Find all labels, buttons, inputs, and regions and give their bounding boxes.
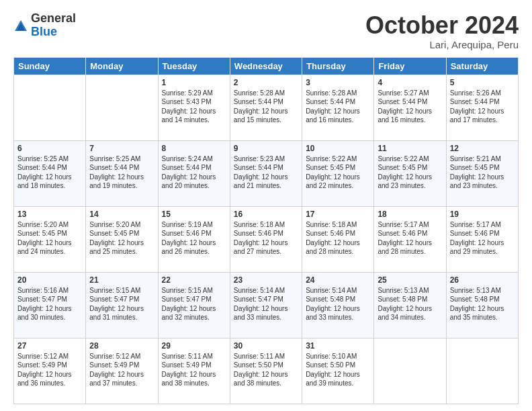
day-info: Sunrise: 5:20 AM Sunset: 5:45 PM Dayligh… [89,220,154,257]
day-number: 8 [162,144,226,153]
day-number: 6 [17,144,82,153]
calendar-day-cell: 16Sunrise: 5:18 AM Sunset: 5:46 PM Dayli… [230,206,302,272]
day-info: Sunrise: 5:15 AM Sunset: 5:47 PM Dayligh… [162,286,226,322]
day-info: Sunrise: 5:10 AM Sunset: 5:50 PM Dayligh… [306,352,370,388]
day-info: Sunrise: 5:11 AM Sunset: 5:49 PM Dayligh… [162,352,226,388]
day-number: 13 [17,210,82,219]
calendar-day-cell: 20Sunrise: 5:16 AM Sunset: 5:47 PM Dayli… [14,272,86,338]
calendar-day-cell: 17Sunrise: 5:18 AM Sunset: 5:46 PM Dayli… [302,206,374,272]
day-info: Sunrise: 5:16 AM Sunset: 5:47 PM Dayligh… [17,286,82,322]
day-info: Sunrise: 5:13 AM Sunset: 5:48 PM Dayligh… [378,286,442,322]
day-number: 15 [162,210,226,219]
month-title: October 2024 [365,12,519,39]
day-number: 18 [378,210,442,219]
day-number: 30 [234,341,298,351]
weekday-header-cell: Sunday [14,57,86,75]
day-number: 25 [378,275,442,285]
calendar-day-cell: 3Sunrise: 5:28 AM Sunset: 5:44 PM Daylig… [302,75,374,140]
day-number: 24 [306,275,370,285]
day-info: Sunrise: 5:18 AM Sunset: 5:46 PM Dayligh… [234,220,298,257]
calendar-day-cell: 9Sunrise: 5:23 AM Sunset: 5:44 PM Daylig… [230,140,302,206]
calendar-day-cell: 27Sunrise: 5:12 AM Sunset: 5:49 PM Dayli… [14,338,86,404]
logo-general: General [31,12,76,26]
calendar-day-cell [374,338,446,404]
weekday-header-cell: Wednesday [230,57,302,75]
calendar-week-row: 6Sunrise: 5:25 AM Sunset: 5:44 PM Daylig… [14,140,519,206]
day-number: 17 [306,210,370,219]
day-info: Sunrise: 5:28 AM Sunset: 5:44 PM Dayligh… [306,89,370,125]
day-info: Sunrise: 5:15 AM Sunset: 5:47 PM Dayligh… [89,286,154,322]
day-number: 16 [234,210,298,219]
logo-text: General Blue [31,12,76,39]
calendar-day-cell: 12Sunrise: 5:21 AM Sunset: 5:45 PM Dayli… [446,140,518,206]
calendar-day-cell: 10Sunrise: 5:22 AM Sunset: 5:45 PM Dayli… [302,140,374,206]
calendar-day-cell: 6Sunrise: 5:25 AM Sunset: 5:44 PM Daylig… [14,140,86,206]
calendar-day-cell: 2Sunrise: 5:28 AM Sunset: 5:44 PM Daylig… [230,75,302,140]
day-number: 11 [378,144,442,153]
day-info: Sunrise: 5:14 AM Sunset: 5:47 PM Dayligh… [234,286,298,322]
calendar-day-cell: 29Sunrise: 5:11 AM Sunset: 5:49 PM Dayli… [158,338,230,404]
calendar-day-cell: 14Sunrise: 5:20 AM Sunset: 5:45 PM Dayli… [86,206,158,272]
logo-blue: Blue [31,26,76,39]
day-number: 10 [306,144,370,153]
day-number: 5 [450,78,515,87]
calendar-week-row: 20Sunrise: 5:16 AM Sunset: 5:47 PM Dayli… [14,272,519,338]
day-info: Sunrise: 5:17 AM Sunset: 5:46 PM Dayligh… [450,220,515,257]
calendar-day-cell: 11Sunrise: 5:22 AM Sunset: 5:45 PM Dayli… [374,140,446,206]
day-number: 21 [89,275,154,285]
day-info: Sunrise: 5:24 AM Sunset: 5:44 PM Dayligh… [162,154,226,191]
calendar-day-cell: 21Sunrise: 5:15 AM Sunset: 5:47 PM Dayli… [86,272,158,338]
calendar-day-cell: 13Sunrise: 5:20 AM Sunset: 5:45 PM Dayli… [14,206,86,272]
day-number: 3 [306,78,370,87]
day-number: 23 [234,275,298,285]
day-number: 26 [450,275,515,285]
calendar-day-cell: 22Sunrise: 5:15 AM Sunset: 5:47 PM Dayli… [158,272,230,338]
header: General Blue October 2024 Lari, Arequipa… [13,12,519,50]
calendar-day-cell: 26Sunrise: 5:13 AM Sunset: 5:48 PM Dayli… [446,272,518,338]
day-number: 2 [234,78,298,87]
calendar-day-cell: 30Sunrise: 5:11 AM Sunset: 5:50 PM Dayli… [230,338,302,404]
calendar-day-cell: 1Sunrise: 5:29 AM Sunset: 5:43 PM Daylig… [158,75,230,140]
day-number: 27 [17,341,82,351]
calendar-day-cell: 18Sunrise: 5:17 AM Sunset: 5:46 PM Dayli… [374,206,446,272]
day-info: Sunrise: 5:20 AM Sunset: 5:45 PM Dayligh… [17,220,82,257]
day-info: Sunrise: 5:13 AM Sunset: 5:48 PM Dayligh… [450,286,515,322]
logo: General Blue [13,12,76,39]
page: General Blue October 2024 Lari, Arequipa… [0,0,532,411]
weekday-header-row: SundayMondayTuesdayWednesdayThursdayFrid… [14,57,519,75]
day-info: Sunrise: 5:21 AM Sunset: 5:45 PM Dayligh… [450,154,515,191]
weekday-header-cell: Monday [86,57,158,75]
calendar-day-cell: 8Sunrise: 5:24 AM Sunset: 5:44 PM Daylig… [158,140,230,206]
title-section: October 2024 Lari, Arequipa, Peru [365,12,519,50]
weekday-header-cell: Saturday [446,57,518,75]
day-info: Sunrise: 5:27 AM Sunset: 5:44 PM Dayligh… [378,89,442,125]
calendar-day-cell: 15Sunrise: 5:19 AM Sunset: 5:46 PM Dayli… [158,206,230,272]
day-number: 20 [17,275,82,285]
day-number: 31 [306,341,370,351]
calendar-day-cell: 5Sunrise: 5:26 AM Sunset: 5:44 PM Daylig… [446,75,518,140]
calendar-day-cell: 4Sunrise: 5:27 AM Sunset: 5:44 PM Daylig… [374,75,446,140]
day-info: Sunrise: 5:26 AM Sunset: 5:44 PM Dayligh… [450,89,515,125]
day-info: Sunrise: 5:14 AM Sunset: 5:48 PM Dayligh… [306,286,370,322]
day-info: Sunrise: 5:29 AM Sunset: 5:43 PM Dayligh… [162,89,226,125]
day-number: 22 [162,275,226,285]
calendar-day-cell [86,75,158,140]
day-number: 19 [450,210,515,219]
logo-icon [13,19,28,34]
day-info: Sunrise: 5:12 AM Sunset: 5:49 PM Dayligh… [17,352,82,388]
calendar-table: SundayMondayTuesdayWednesdayThursdayFrid… [13,57,519,404]
day-info: Sunrise: 5:22 AM Sunset: 5:45 PM Dayligh… [378,154,442,191]
day-number: 4 [378,78,442,87]
day-number: 1 [162,78,226,87]
day-info: Sunrise: 5:25 AM Sunset: 5:44 PM Dayligh… [17,154,82,191]
calendar-day-cell: 25Sunrise: 5:13 AM Sunset: 5:48 PM Dayli… [374,272,446,338]
calendar-day-cell [14,75,86,140]
location: Lari, Arequipa, Peru [365,39,519,50]
day-info: Sunrise: 5:18 AM Sunset: 5:46 PM Dayligh… [306,220,370,257]
day-info: Sunrise: 5:12 AM Sunset: 5:49 PM Dayligh… [89,352,154,388]
calendar-body: 1Sunrise: 5:29 AM Sunset: 5:43 PM Daylig… [14,75,519,404]
calendar-day-cell: 24Sunrise: 5:14 AM Sunset: 5:48 PM Dayli… [302,272,374,338]
calendar-week-row: 27Sunrise: 5:12 AM Sunset: 5:49 PM Dayli… [14,338,519,404]
day-number: 28 [89,341,154,351]
day-info: Sunrise: 5:23 AM Sunset: 5:44 PM Dayligh… [234,154,298,191]
